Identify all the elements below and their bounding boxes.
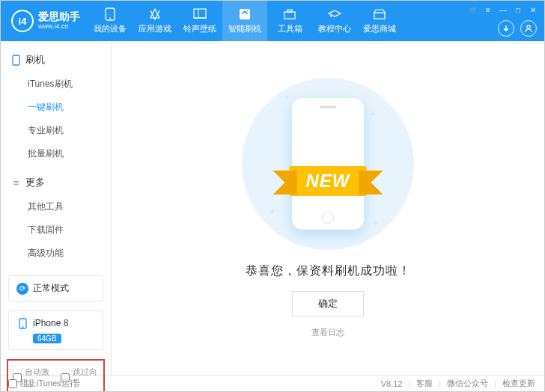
svg-rect-5 [287, 10, 292, 12]
sidebar-item-batch-flash[interactable]: 批量刷机 [1, 142, 111, 165]
svg-rect-6 [374, 13, 385, 19]
nav-label: 智能刷机 [228, 23, 261, 34]
new-ribbon: NEW [290, 166, 367, 196]
version-label: V8.12 [381, 379, 403, 388]
phone-illustration [292, 98, 364, 230]
app-url: www.i4.cn [38, 23, 80, 31]
app-name: 爱思助手 [38, 11, 80, 22]
wallpaper-icon [193, 7, 207, 21]
sidebar-item-download-firmware[interactable]: 下载固件 [1, 218, 111, 242]
sidebar-item-itunes-flash[interactable]: iTunes刷机 [1, 73, 111, 96]
window-controls: 🛒 ≡ — □ ✕ [468, 5, 538, 14]
checkbox-label: 阻止iTunes运行 [20, 378, 78, 389]
check-update-link[interactable]: 检查更新 [502, 378, 535, 389]
device-info-box[interactable]: iPhone 8 64GB [8, 310, 103, 350]
content-area: ✦ ✦ ✦ ✦ NEW 恭喜您，保资料刷机成功啦！ 确定 查看日志 [112, 41, 544, 375]
apps-icon [148, 7, 162, 21]
nav-label: 应用游戏 [138, 23, 171, 34]
device-icon [105, 7, 115, 21]
svg-rect-8 [13, 55, 19, 65]
nav-label: 我的设备 [94, 23, 127, 34]
more-icon: ≡ [11, 178, 21, 188]
view-log-link[interactable]: 查看日志 [311, 327, 344, 338]
nav-label: 爱思商城 [363, 23, 396, 34]
flash-icon [238, 7, 252, 21]
sidebar-section-flash[interactable]: 刷机 [1, 49, 111, 71]
logo-icon: i4 [11, 10, 34, 32]
maximize-button[interactable]: □ [513, 5, 523, 14]
svg-point-1 [109, 18, 111, 19]
phone-outline-icon [11, 55, 21, 65]
sidebar: 刷机 iTunes刷机 一键刷机 专业刷机 批量刷机 ≡ 更多 其他工具 下载固… [1, 41, 112, 375]
block-itunes-checkbox[interactable]: 阻止iTunes运行 [8, 378, 78, 389]
svg-point-10 [22, 326, 23, 328]
svg-rect-4 [284, 12, 295, 19]
mode-label: 正常模式 [33, 282, 69, 295]
svg-rect-2 [194, 9, 206, 18]
svg-point-7 [527, 25, 530, 28]
nav-label: 铃声壁纸 [183, 23, 216, 34]
nav-label: 工具箱 [278, 23, 302, 34]
device-name-label: iPhone 8 [33, 318, 68, 328]
tab-my-device[interactable]: 我的设备 [88, 1, 133, 41]
toolbox-icon [283, 7, 296, 21]
sidebar-item-other-tools[interactable]: 其他工具 [1, 195, 111, 218]
sidebar-section-title: 更多 [25, 176, 45, 189]
phone-icon [16, 317, 28, 329]
store-icon [373, 7, 386, 21]
sparkle-icon: ✦ [372, 219, 378, 227]
app-logo[interactable]: i4 爱思助手 www.i4.cn [1, 10, 88, 32]
top-nav: i4 爱思助手 www.i4.cn 我的设备 应用游戏 铃声壁纸 智能刷机 工具… [1, 1, 544, 41]
menu-icon[interactable]: ≡ [483, 5, 493, 14]
success-illustration: ✦ ✦ ✦ ✦ NEW [242, 78, 414, 250]
user-button[interactable] [520, 20, 537, 37]
sparkle-icon: ✦ [371, 111, 377, 118]
cart-icon[interactable]: 🛒 [468, 5, 478, 14]
tab-ringtones[interactable]: 铃声壁纸 [177, 1, 222, 41]
tab-flash[interactable]: 智能刷机 [222, 1, 267, 41]
device-mode-box[interactable]: ⟳ 正常模式 [8, 275, 103, 301]
minimize-button[interactable]: — [498, 5, 508, 14]
ok-button[interactable]: 确定 [292, 291, 364, 316]
sidebar-item-advanced[interactable]: 高级功能 [1, 242, 111, 265]
sidebar-item-onekey-flash[interactable]: 一键刷机 [1, 96, 111, 119]
tab-apps[interactable]: 应用游戏 [133, 1, 177, 41]
wechat-link[interactable]: 微信公众号 [447, 378, 488, 389]
tab-store[interactable]: 爱思商城 [357, 1, 402, 41]
support-link[interactable]: 客服 [416, 378, 433, 389]
success-message: 恭喜您，保资料刷机成功啦！ [246, 263, 411, 279]
sidebar-item-pro-flash[interactable]: 专业刷机 [1, 119, 111, 142]
close-button[interactable]: ✕ [528, 5, 538, 14]
nav-label: 教程中心 [318, 23, 351, 34]
tab-tutorials[interactable]: 教程中心 [312, 1, 357, 41]
nav-tabs: 我的设备 应用游戏 铃声壁纸 智能刷机 工具箱 教程中心 爱思商城 [88, 1, 402, 41]
sparkle-icon: ✦ [269, 206, 276, 217]
tutorial-icon [327, 7, 342, 21]
download-button[interactable] [498, 20, 514, 37]
refresh-icon: ⟳ [16, 283, 28, 295]
sidebar-section-title: 刷机 [25, 53, 45, 67]
sidebar-section-more[interactable]: ≡ 更多 [1, 171, 111, 194]
tab-tools[interactable]: 工具箱 [267, 1, 312, 41]
sparkle-icon: ✦ [284, 93, 290, 102]
storage-badge: 64GB [33, 334, 61, 343]
